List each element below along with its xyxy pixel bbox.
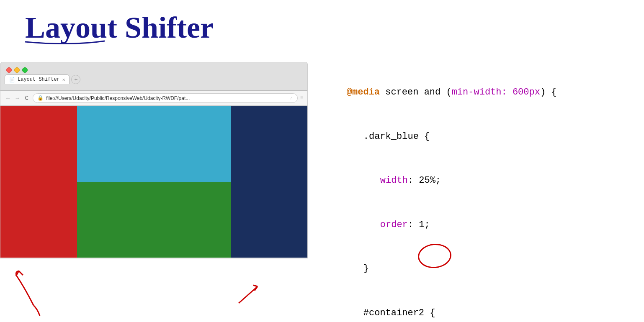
new-tab-button[interactable]: + [71, 75, 80, 84]
forward-button[interactable]: → [14, 94, 21, 102]
code-line-6: #container2 { [325, 291, 631, 322]
traffic-lights [0, 62, 307, 73]
bookmark-icon: ☆ [290, 95, 293, 101]
traffic-light-green[interactable] [22, 67, 28, 73]
menu-icon[interactable]: ≡ [300, 95, 303, 101]
tab-label: Layout Shifter [18, 77, 60, 82]
bottom-arrows-annotation [0, 255, 308, 322]
code-line-5: } [325, 247, 631, 291]
tab-bar: 📄 Layout Shifter ✕ + [0, 74, 307, 84]
page-title: Layout Shifter [17, 4, 293, 50]
code-line-2: .dark_blue { [325, 115, 631, 159]
code-line-3: width: 25%; [325, 158, 631, 203]
code-line-4: order: 1; [325, 203, 631, 247]
browser-nav-bar: ← → C 🔒 file:///Users/Udacity/Public/Res… [0, 91, 307, 106]
address-text: file:///Users/Udacity/Public/ResponsiveW… [46, 95, 287, 101]
tab-close-icon[interactable]: ✕ [62, 77, 65, 82]
light-blue-box [77, 106, 231, 182]
browser-tab-active[interactable]: 📄 Layout Shifter ✕ [5, 74, 70, 84]
back-button[interactable]: ← [5, 94, 11, 102]
dark-blue-box [231, 106, 307, 258]
title-text: Layout Shifter [25, 11, 214, 44]
red-box [0, 106, 77, 258]
lock-icon: 🔒 [37, 95, 44, 101]
container2-box [77, 106, 231, 258]
layout-preview [0, 106, 307, 258]
tab-favicon-icon: 📄 [9, 77, 15, 82]
code-panel: @media screen and (min-width: 600px) { .… [312, 62, 644, 322]
code-line-1: @media screen and (min-width: 600px) { [325, 70, 631, 115]
green-box [77, 182, 231, 258]
traffic-light-red[interactable] [6, 67, 12, 73]
traffic-light-yellow[interactable] [14, 67, 20, 73]
at-media-keyword: @media [347, 87, 380, 97]
browser-chrome: 📄 Layout Shifter ✕ + [0, 62, 307, 91]
address-bar[interactable]: 🔒 file:///Users/Udacity/Public/Responsiv… [33, 93, 298, 103]
refresh-button[interactable]: C [23, 94, 30, 102]
browser-window: 📄 Layout Shifter ✕ + ← → C 🔒 file:///Use… [0, 62, 308, 258]
